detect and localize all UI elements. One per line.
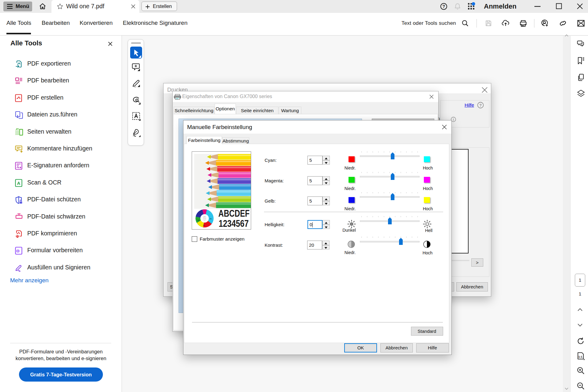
svg-text:4%: 4% xyxy=(198,220,200,221)
svg-text:12-0: 12-0 xyxy=(204,220,205,221)
svg-text:?: ? xyxy=(443,4,445,9)
svg-text:?: ? xyxy=(479,103,482,108)
svg-text:ABCDEF: ABCDEF xyxy=(218,208,250,219)
svg-text:4%: 4% xyxy=(210,218,212,220)
svg-text:1:1: 1:1 xyxy=(578,355,582,358)
svg-text:A: A xyxy=(17,181,21,186)
svg-text:1234567: 1234567 xyxy=(219,218,249,229)
svg-text:4%: 4% xyxy=(203,225,205,226)
